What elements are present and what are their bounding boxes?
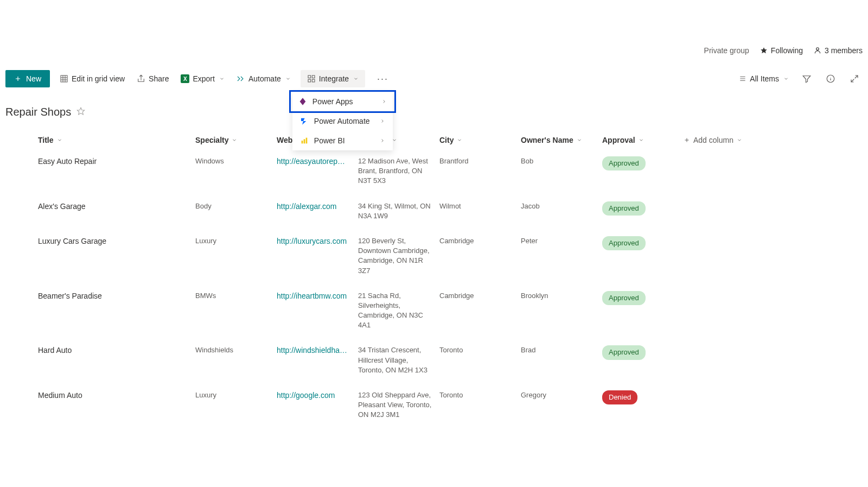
table-row[interactable]: Hard Auto Windshields http://windshieldh… [5,338,863,383]
website-link[interactable]: http://windshieldharda... [277,345,347,356]
cell-owner: Brooklyn [521,291,602,301]
export-button[interactable]: X Export [178,71,226,86]
group-type-label: Private group [704,46,749,55]
chevron-right-icon [380,138,385,143]
integrate-icon [307,74,316,83]
col-city[interactable]: City [439,136,521,144]
power-automate-label: Power Automate [314,117,370,125]
excel-icon: X [181,74,189,83]
cell-city: Cambridge [439,291,521,301]
integrate-button[interactable]: Integrate [301,70,365,87]
cell-approval: Approved [602,345,684,359]
integrate-label: Integrate [319,74,349,83]
add-column-button[interactable]: Add column [684,136,792,144]
website-link[interactable]: http://google.com [277,390,347,401]
chevron-right-icon [381,99,387,104]
cell-owner: Bob [521,156,602,166]
cell-title: Easy Auto Repair [38,156,195,167]
cell-website: http://windshieldharda... [277,345,358,356]
following-label: Following [771,46,803,55]
expand-icon [850,74,859,84]
website-link[interactable]: http://alexgar.com [277,201,347,212]
chevron-down-icon [737,137,742,143]
table-row[interactable]: Beamer's Paradise BMWs http://iheartbmw.… [5,283,863,338]
filter-button[interactable] [799,71,815,87]
cell-title: Hard Auto [38,345,195,356]
svg-rect-4 [308,79,311,82]
power-automate-icon [300,117,309,125]
cell-website: http://easyautorepair.c... [277,156,358,167]
share-button[interactable]: Share [135,71,171,86]
plus-icon [14,75,22,83]
website-link[interactable]: http://easyautorepair.c... [277,156,347,167]
automate-label: Automate [248,74,281,83]
group-info-bar: Private group Following 3 members [704,46,863,55]
svg-rect-2 [308,75,311,78]
edit-grid-label: Edit in grid view [72,74,125,83]
table-row[interactable]: Easy Auto Repair Windows http://easyauto… [5,149,863,194]
cell-specialty: Body [195,201,277,211]
person-icon [814,47,821,54]
info-button[interactable] [822,71,839,87]
expand-button[interactable] [846,71,863,87]
edit-grid-button[interactable]: Edit in grid view [58,71,127,86]
view-selector-button[interactable]: All Items [737,71,791,86]
cell-owner: Jacob [521,201,602,211]
approval-badge: Approved [602,201,646,216]
info-icon [826,74,835,84]
cell-approval: Approved [602,236,684,250]
following-button[interactable]: Following [760,46,803,55]
website-link[interactable]: http://iheartbmw.com [277,291,347,302]
plus-icon [684,137,690,143]
cell-website: http://alexgar.com [277,201,358,212]
table-row[interactable]: Alex's Garage Body http://alexgar.com 34… [5,194,863,229]
table-row[interactable]: Medium Auto Luxury http://google.com 123… [5,383,863,428]
approval-badge: Approved [602,345,646,359]
chevron-down-icon [577,137,582,143]
list-icon [739,75,746,83]
cell-city: Toronto [439,345,521,355]
list-title-row: Repair Shops [5,106,85,118]
chevron-down-icon [285,76,291,81]
cell-approval: Approved [602,156,684,170]
col-approval[interactable]: Approval [602,136,684,144]
col-owner[interactable]: Owner's Name [521,136,602,144]
cell-title: Luxury Cars Garage [38,236,195,247]
cell-approval: Approved [602,291,684,305]
col-specialty[interactable]: Specialty [195,136,277,144]
flow-icon [237,74,245,83]
menu-power-apps[interactable]: Power Apps [289,90,396,113]
cell-owner: Peter [521,236,602,246]
cell-specialty: Windshields [195,345,277,355]
cell-address: 12 Madison Ave, West Brant, Brantford, O… [358,156,439,186]
chevron-down-icon [57,137,62,143]
cell-city: Cambridge [439,236,521,246]
chevron-down-icon [219,76,225,81]
menu-power-automate[interactable]: Power Automate [292,111,393,131]
menu-power-bi[interactable]: Power BI [292,131,393,150]
table-header: Title Specialty Website Address City Own… [5,130,863,149]
power-bi-label: Power BI [314,136,345,145]
svg-rect-8 [305,138,307,144]
new-button[interactable]: New [5,70,50,87]
col-title[interactable]: Title [38,136,195,144]
cell-approval: Denied [602,390,684,404]
grid-icon [60,74,68,83]
favorite-star-button[interactable] [76,107,85,118]
svg-rect-7 [303,139,305,143]
cell-address: 120 Beverly St, Downtown Cambridge, Camb… [358,236,439,276]
approval-badge: Approved [602,236,646,250]
cell-address: 123 Old Sheppard Ave, Pleasant View, Tor… [358,390,439,420]
table-row[interactable]: Luxury Cars Garage Luxury http://luxuryc… [5,229,863,283]
approval-badge: Denied [602,390,637,404]
more-actions-button[interactable]: ··· [373,73,393,85]
svg-rect-3 [312,75,315,78]
automate-button[interactable]: Automate [234,71,293,86]
members-button[interactable]: 3 members [814,46,863,55]
approval-badge: Approved [602,156,646,170]
website-link[interactable]: http://luxurycars.com [277,236,347,247]
list-title: Repair Shops [5,106,71,118]
export-label: Export [193,74,214,83]
cell-owner: Gregory [521,390,602,400]
chevron-down-icon [457,137,462,143]
